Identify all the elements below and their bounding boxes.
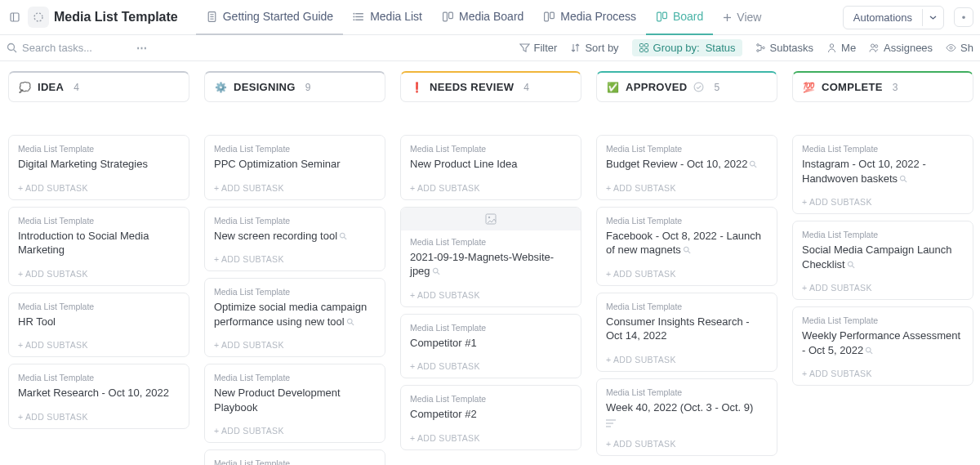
add-subtask-button[interactable]: + ADD SUBTASK <box>18 183 180 193</box>
card[interactable]: Media List TemplateHR Tool+ ADD SUBTASK <box>8 293 189 358</box>
card[interactable]: Media List Template2021-09-19-Magnets-We… <box>400 207 581 307</box>
automations-caret[interactable] <box>922 9 943 26</box>
svg-point-32 <box>875 45 877 47</box>
card[interactable]: Media List TemplateNew screen recording … <box>204 207 385 272</box>
search-more-button[interactable]: ⋯ <box>136 42 148 54</box>
add-subtask-button[interactable]: + ADD SUBTASK <box>410 433 572 443</box>
more-menu-button[interactable]: • <box>954 7 973 27</box>
add-subtask-button[interactable]: + ADD SUBTASK <box>606 269 768 279</box>
column-body[interactable]: Media List TemplateBudget Review - Oct 1… <box>596 135 777 464</box>
collapse-sidebar-button[interactable] <box>7 9 23 25</box>
card[interactable]: Media List TemplateOptimize social media… <box>204 278 385 357</box>
search-wrap: ⋯ <box>7 42 148 54</box>
assignees-button[interactable]: Assignees <box>869 42 933 54</box>
card[interactable]: Media List TemplateWeek 40, 2022 (Oct. 3… <box>596 378 777 457</box>
board-icon <box>656 11 668 23</box>
column-header[interactable]: 💭IDEA4 <box>8 71 189 102</box>
add-subtask-button[interactable]: + ADD SUBTASK <box>18 340 180 350</box>
svg-point-30 <box>830 44 833 47</box>
show-button[interactable]: Sh <box>946 42 973 54</box>
add-subtask-button[interactable]: + ADD SUBTASK <box>410 361 572 371</box>
topbar-left: Media List Template <box>7 7 186 28</box>
svg-point-31 <box>871 44 875 47</box>
subtasks-button[interactable]: Subtasks <box>755 42 813 54</box>
tab-media-process[interactable]: Media Process <box>533 0 646 35</box>
workspace-title[interactable]: Media List Template <box>54 10 178 25</box>
view-tabs: Getting Started Guide Media List Media B… <box>196 0 772 35</box>
card-title: New Product Line Idea <box>410 157 572 172</box>
add-subtask-button[interactable]: + ADD SUBTASK <box>606 439 768 449</box>
svg-point-27 <box>756 44 759 47</box>
card[interactable]: Media List Template+ ADD SUBTASK <box>204 449 385 465</box>
column-body[interactable]: Media List TemplateNew Product Line Idea… <box>400 135 581 458</box>
card-list-name: Media List Template <box>410 237 572 247</box>
tab-board[interactable]: Board <box>646 0 713 35</box>
card[interactable]: Media List TemplateDigital Marketing Str… <box>8 135 189 200</box>
card[interactable]: Media List TemplateWeekly Performance As… <box>792 306 973 386</box>
svg-point-21 <box>8 44 15 51</box>
add-subtask-button[interactable]: + ADD SUBTASK <box>214 340 376 350</box>
add-subtask-button[interactable]: + ADD SUBTASK <box>410 290 572 300</box>
card[interactable]: Media List TemplateBudget Review - Oct 1… <box>596 135 777 200</box>
add-subtask-button[interactable]: + ADD SUBTASK <box>214 426 376 436</box>
add-subtask-button[interactable]: + ADD SUBTASK <box>18 412 180 422</box>
filter-button[interactable]: Filter <box>519 42 558 54</box>
card[interactable]: Media List TemplateConsumer Insights Res… <box>596 293 777 372</box>
groupby-button[interactable]: Group by: Status <box>632 39 742 56</box>
svg-point-28 <box>756 50 759 52</box>
add-subtask-button[interactable]: + ADD SUBTASK <box>802 369 964 378</box>
column-emoji-icon: 💯 <box>803 82 815 93</box>
add-view-button[interactable]: View <box>713 0 771 35</box>
tab-media-list[interactable]: Media List <box>343 0 432 35</box>
card-title: Optimize social media campaign performan… <box>214 300 376 329</box>
card[interactable]: Media List TemplateNew Product Line Idea… <box>400 135 581 200</box>
doc-icon <box>206 11 218 23</box>
column-header[interactable]: ❗NEEDS REVIEW4 <box>400 71 581 102</box>
board[interactable]: 💭IDEA4Media List TemplateDigital Marketi… <box>0 61 980 465</box>
card[interactable]: Media List TemplateNew Product Developme… <box>204 364 385 443</box>
sortby-button[interactable]: Sort by <box>570 42 618 54</box>
person-icon <box>826 42 837 53</box>
add-subtask-button[interactable]: + ADD SUBTASK <box>214 183 376 193</box>
card-list-name: Media List Template <box>606 144 768 154</box>
column-header[interactable]: ⚙️DESIGNING9 <box>204 71 385 102</box>
column-body[interactable]: Media List TemplateInstagram - Oct 10, 2… <box>792 135 973 394</box>
add-subtask-button[interactable]: + ADD SUBTASK <box>802 197 964 207</box>
card-list-name: Media List Template <box>410 144 572 154</box>
automations-button[interactable]: Automations <box>843 6 944 29</box>
card[interactable]: Media List TemplateCompetitor #2+ ADD SU… <box>400 385 581 450</box>
svg-rect-16 <box>550 12 555 19</box>
add-subtask-button[interactable]: + ADD SUBTASK <box>410 183 572 193</box>
tab-label: Media Board <box>459 10 523 23</box>
card-list-name: Media List Template <box>214 144 376 154</box>
column-emoji-icon: 💭 <box>19 82 31 93</box>
tab-media-board[interactable]: Media Board <box>432 0 533 35</box>
add-subtask-button[interactable]: + ADD SUBTASK <box>214 254 376 264</box>
card[interactable]: Media List TemplateFacebook - Oct 8, 202… <box>596 207 777 286</box>
column-body[interactable]: Media List TemplatePPC Optimization Semi… <box>204 135 385 465</box>
card[interactable]: Media List TemplateSocial Media Campaign… <box>792 221 973 300</box>
card[interactable]: Media List TemplateIntroduction to Socia… <box>8 207 189 286</box>
add-subtask-button[interactable]: + ADD SUBTASK <box>606 355 768 364</box>
me-button[interactable]: Me <box>826 42 856 54</box>
add-subtask-button[interactable]: + ADD SUBTASK <box>18 269 180 279</box>
add-subtask-button[interactable]: + ADD SUBTASK <box>802 283 964 293</box>
search-icon <box>7 42 17 53</box>
column-header[interactable]: 💯COMPLETE3 <box>792 71 973 102</box>
card[interactable]: Media List TemplatePPC Optimization Semi… <box>204 135 385 200</box>
card[interactable]: Media List TemplateInstagram - Oct 10, 2… <box>792 135 973 214</box>
card[interactable]: Media List TemplateMarket Research - Oct… <box>8 364 189 429</box>
svg-rect-18 <box>663 12 667 19</box>
svg-rect-24 <box>644 44 648 47</box>
column-body[interactable]: Media List TemplateDigital Marketing Str… <box>8 135 189 437</box>
column-name: DESIGNING <box>234 81 296 93</box>
groupby-prefix: Group by: <box>653 42 700 54</box>
filter-icon <box>519 42 530 53</box>
people-icon <box>869 42 880 53</box>
add-subtask-button[interactable]: + ADD SUBTASK <box>606 183 768 193</box>
tab-getting-started[interactable]: Getting Started Guide <box>196 0 343 35</box>
search-input[interactable] <box>22 42 128 54</box>
column-header[interactable]: ✅APPROVED5 <box>596 71 777 102</box>
sortby-label: Sort by <box>585 42 618 54</box>
card[interactable]: Media List TemplateCompetitor #1+ ADD SU… <box>400 314 581 379</box>
